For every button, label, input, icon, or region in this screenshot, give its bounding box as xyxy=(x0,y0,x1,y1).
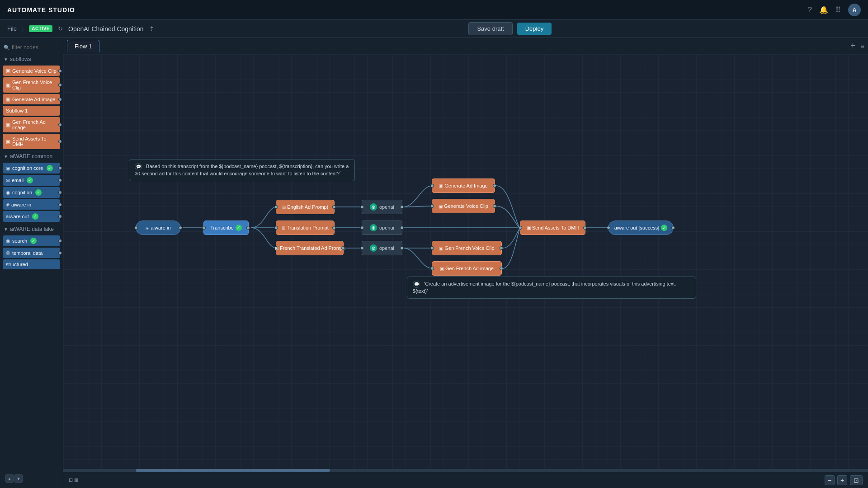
check-icon: ✓ xyxy=(661,225,667,231)
zoom-plus-button[interactable]: + xyxy=(837,475,847,485)
node-icon: ◈ xyxy=(146,225,149,230)
node-label: Gen French Ad image xyxy=(445,266,494,271)
file-menu[interactable]: File xyxy=(7,25,17,32)
section-subflows[interactable]: ▼ subflows xyxy=(0,53,63,64)
fit-view-button[interactable]: ⊡ xyxy=(850,475,863,485)
node-label: aiware in xyxy=(151,225,170,230)
port-right xyxy=(400,205,404,209)
node-label: French Translated Ad Prompt xyxy=(280,245,344,251)
filter-input[interactable] xyxy=(12,44,59,51)
section-aiware-common[interactable]: ▼ aiWARE common xyxy=(0,150,63,161)
sidebar-item-label: cognition xyxy=(12,190,32,195)
port-right xyxy=(500,267,503,270)
port-left xyxy=(430,204,434,208)
node-icon: ◉ xyxy=(6,165,10,171)
port-right xyxy=(500,246,503,250)
check-icon: ✓ xyxy=(27,177,33,183)
node-transcribe[interactable]: Transcribe ✓ xyxy=(203,221,249,235)
check-icon: ✓ xyxy=(236,225,242,231)
node-handle-right xyxy=(58,215,62,218)
node-icon: ▣ xyxy=(6,82,10,88)
sidebar-item-structured[interactable]: structured xyxy=(3,259,60,269)
sidebar-item-aiware-in[interactable]: ◈ aiware in xyxy=(3,199,60,210)
deploy-button[interactable]: Deploy xyxy=(517,23,552,35)
node-openai-3[interactable]: ◎ openai xyxy=(362,241,402,255)
port-left xyxy=(430,184,434,188)
avatar[interactable]: A xyxy=(848,4,861,16)
port-right xyxy=(332,226,336,230)
zoom-controls: − + ⊡ xyxy=(825,475,863,485)
canvas-info: ⊡ ⊠ xyxy=(69,477,78,483)
node-gen-french-ad-image[interactable]: ▣ Gen French Ad image xyxy=(432,261,502,276)
node-label: Transcribe xyxy=(210,225,234,230)
flow-canvas[interactable]: 💬 Based on this transcript from the ${po… xyxy=(63,54,868,472)
save-draft-button[interactable]: Save draft xyxy=(468,22,512,35)
sidebar-item-label: temporal data xyxy=(12,250,42,256)
bell-icon[interactable]: 🔔 xyxy=(819,5,828,14)
sidebar-item-gen-french-voice-clip[interactable]: ▣ Gen French Voice Clip xyxy=(3,77,60,93)
tab-flow1[interactable]: Flow 1 xyxy=(67,40,99,52)
node-label: aiware out [success] xyxy=(614,225,660,230)
sidebar-item-email[interactable]: ✉ email ✓ xyxy=(3,175,60,186)
node-aiware-in[interactable]: ◈ aiware in xyxy=(136,221,181,235)
scroll-up-arrow[interactable]: ▲ xyxy=(5,474,14,483)
node-generate-voice-clip[interactable]: ▣ Generate Voice Clip xyxy=(432,199,495,213)
sidebar-item-aiware-out[interactable]: aiware out ✓ xyxy=(3,211,60,222)
add-tab-button[interactable]: + xyxy=(847,41,859,51)
sidebar-item-generate-voice-clip[interactable]: ▣ Generate Voice Clip xyxy=(3,66,60,76)
scroll-thumb-h[interactable] xyxy=(136,469,330,472)
topbar-right: ? 🔔 ⠿ A xyxy=(808,4,861,16)
node-english-ad-prompt[interactable]: ⊞ English Ad Prompt xyxy=(276,200,335,214)
node-icon: ▣ xyxy=(6,68,10,74)
port-left xyxy=(430,246,434,250)
node-french-translated[interactable]: ⊞ French Translated Ad Prompt xyxy=(276,241,344,255)
node-handle-right xyxy=(58,191,62,194)
section-aiware-data-lake-label: aiWARE data lake xyxy=(10,226,54,232)
zoom-minus-button[interactable]: − xyxy=(825,475,835,485)
node-send-assets[interactable]: ▣ Send Assets To DMH xyxy=(520,221,585,235)
node-label: openai xyxy=(379,204,394,210)
node-generate-ad-image[interactable]: ▣ Generate Ad Image xyxy=(432,178,495,193)
node-icon: ◈ xyxy=(6,202,9,207)
sidebar-item-cognition-core[interactable]: ◉ cognition core ✓ xyxy=(3,163,60,174)
node-label: openai xyxy=(379,245,394,251)
sidebar-item-gen-french-ad-image[interactable]: ▣ Gen French Ad image xyxy=(3,117,60,132)
node-icon: ▣ xyxy=(439,204,443,209)
help-icon[interactable]: ? xyxy=(808,6,812,14)
horizontal-scrollbar[interactable] xyxy=(63,469,868,472)
sidebar-item-label: Send Assets To DMH xyxy=(12,136,57,147)
refresh-icon[interactable]: ↻ xyxy=(58,25,63,32)
bubble-top-text: Based on this transcript from the ${podc… xyxy=(135,164,349,176)
scroll-down-arrow[interactable]: ▼ xyxy=(14,474,23,483)
sidebar-item-cognition[interactable]: ◉ cognition ✓ xyxy=(3,187,60,198)
node-handle-right xyxy=(58,203,62,206)
node-openai-2[interactable]: ◎ openai xyxy=(362,221,402,235)
topbar: AUTOMATE STUDIO ? 🔔 ⠿ A xyxy=(0,0,868,20)
node-gen-french-voice-clip[interactable]: ▣ Gen French Voice Clip xyxy=(432,241,502,255)
grid-icon[interactable]: ⠿ xyxy=(835,5,841,14)
sidebar-item-label: Generate Ad Image xyxy=(12,97,55,102)
chevron-down-icon: ▼ xyxy=(4,57,8,62)
sidebar-item-temporal-data[interactable]: ◎ temporal data xyxy=(3,248,60,258)
sidebar-item-search[interactable]: ◉ search ✓ xyxy=(3,235,60,246)
port-right xyxy=(400,246,404,250)
sidebar-item-generate-ad-image[interactable]: ▣ Generate Ad Image xyxy=(3,94,60,104)
tab-list-icon[interactable]: ≡ xyxy=(861,42,864,50)
node-openai-1[interactable]: ◎ openai xyxy=(362,200,402,214)
node-icon: ▣ xyxy=(6,96,10,102)
check-icon: ✓ xyxy=(35,189,42,196)
bubble-icon: 💬 xyxy=(135,163,142,170)
node-aiware-out[interactable]: aiware out [success] ✓ xyxy=(608,221,674,235)
section-aiware-data-lake[interactable]: ▼ aiWARE data lake xyxy=(0,223,63,234)
port-right xyxy=(246,226,250,230)
port-left xyxy=(134,226,138,230)
share-icon[interactable]: ⇡ xyxy=(149,25,154,32)
port-right xyxy=(493,184,496,188)
check-icon: ✓ xyxy=(30,238,37,244)
port-right xyxy=(179,226,182,230)
node-translation-prompt[interactable]: ⊞ Translation Prompt xyxy=(276,221,335,235)
sidebar-item-subflow1[interactable]: Subflow 1 xyxy=(3,106,60,116)
check-icon: ✓ xyxy=(47,165,53,171)
flow-name: OpenAI Chained Cognition xyxy=(68,25,144,33)
sidebar-item-send-assets[interactable]: ▣ Send Assets To DMH xyxy=(3,134,60,149)
